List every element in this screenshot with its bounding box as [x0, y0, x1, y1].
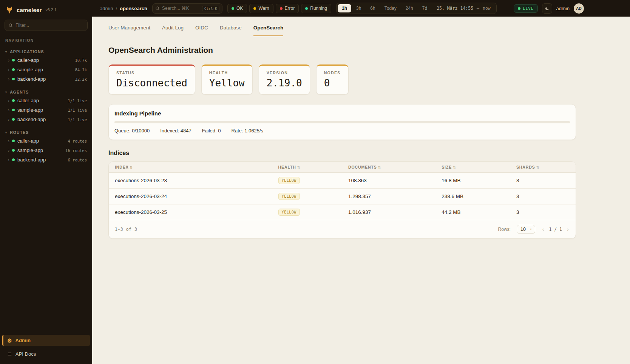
tab-opensearch[interactable]: OpenSearch	[253, 25, 284, 36]
error-dot-icon	[280, 7, 283, 10]
sidebar-item-admin[interactable]: ⚙ Admin	[2, 335, 90, 346]
search-icon	[155, 6, 160, 11]
column-header-documents[interactable]: DOCUMENTS⇅	[342, 162, 435, 173]
time-range-display[interactable]: 25. März 14:55 — now	[432, 6, 495, 11]
row-range-text: 1-3 of 3	[115, 227, 137, 232]
status-filter-warn[interactable]: Warn	[249, 4, 273, 13]
chevron-right-icon: ›	[8, 98, 9, 103]
sidebar-item-route-backend[interactable]: › backend-app 6 routes	[0, 155, 92, 164]
health-badge: YELLOW	[278, 193, 300, 200]
item-label: sample-app	[17, 147, 63, 153]
chevron-right-icon: ›	[8, 77, 9, 81]
column-header-shards[interactable]: SHARDS⇅	[510, 162, 576, 173]
breadcrumb-separator: /	[116, 6, 117, 11]
time-range-24h[interactable]: 24h	[401, 4, 417, 12]
user-name: admin	[556, 6, 570, 11]
running-dot-icon	[305, 7, 308, 10]
chevron-right-icon: ›	[8, 139, 9, 143]
chevron-right-icon: ›	[8, 58, 9, 63]
tab-user-management[interactable]: User Management	[108, 25, 150, 36]
group-header-applications[interactable]: ▾ APPLICATIONS	[0, 48, 92, 55]
sort-icon: ⇅	[378, 166, 381, 169]
search-icon	[8, 23, 13, 28]
cell-index: executions-2026-03-24	[109, 188, 272, 204]
group-label: AGENTS	[10, 90, 29, 94]
app-version: v3.2.1	[46, 8, 57, 12]
sidebar-item-agent-backend[interactable]: › backend-app 1/1 live	[0, 115, 92, 124]
cell-documents: 1.298.357	[342, 188, 435, 204]
pipeline-stats: Queue: 0/10000 Indexed: 4847 Failed: 0 R…	[114, 128, 570, 134]
filter-label: Error	[285, 6, 295, 11]
status-filter-ok[interactable]: OK	[227, 4, 247, 13]
search-input[interactable]	[162, 6, 200, 11]
status-filter-running[interactable]: Running	[301, 4, 331, 13]
table-row[interactable]: executions-2026-03-24 YELLOW 1.298.357 2…	[109, 188, 576, 204]
filter-label: Running	[310, 6, 327, 11]
topbar: admin / opensearch Ctrl+K OK Warn Error	[92, 0, 630, 17]
filter-label: OK	[236, 6, 243, 11]
global-search[interactable]: Ctrl+K	[152, 3, 222, 14]
sidebar-item-api-docs[interactable]: API Docs	[2, 349, 90, 359]
sidebar-item-app-backend[interactable]: › backend-app 32.2k	[0, 74, 92, 84]
status-filter-error[interactable]: Error	[276, 4, 299, 13]
next-page-button[interactable]: ›	[566, 226, 570, 232]
group-header-agents[interactable]: ▾ AGENTS	[0, 88, 92, 96]
stat-label: HEALTH	[209, 71, 245, 75]
sidebar-item-agent-sample[interactable]: › sample-app 1/1 live	[0, 105, 92, 115]
time-range-today[interactable]: Today	[380, 4, 401, 12]
column-header-index[interactable]: INDEX⇅	[109, 162, 272, 173]
nav-heading: NAVIGATION	[0, 33, 92, 43]
filter-input[interactable]	[15, 23, 84, 28]
tab-database[interactable]: Database	[220, 25, 242, 36]
tab-audit-log[interactable]: Audit Log	[162, 25, 184, 36]
pagination: ‹ 1 / 1 ›	[541, 226, 570, 232]
cell-documents: 1.016.937	[342, 204, 435, 220]
item-label: sample-app	[17, 107, 65, 113]
stat-card-version: VERSION 2.19.0	[259, 65, 310, 95]
column-header-health[interactable]: HEALTH⇅	[272, 162, 342, 173]
table-row[interactable]: executions-2026-03-23 YELLOW 108.363 16.…	[109, 172, 576, 188]
health-badge: YELLOW	[278, 177, 300, 184]
status-dot	[12, 140, 15, 142]
time-range-6h[interactable]: 6h	[366, 4, 379, 12]
avatar[interactable]: AD	[574, 3, 584, 14]
chevron-right-icon: ›	[8, 108, 9, 112]
stat-label: STATUS	[116, 71, 187, 75]
stat-value: Yellow	[209, 78, 245, 89]
column-header-size[interactable]: SIZE⇅	[435, 162, 510, 173]
sort-icon: ⇅	[536, 166, 539, 169]
breadcrumb-parent[interactable]: admin	[100, 6, 113, 11]
live-toggle[interactable]: LIVE	[514, 4, 538, 13]
app-logo[interactable]: cameleer v3.2.1	[0, 0, 92, 19]
tab-oidc[interactable]: OIDC	[195, 25, 208, 36]
item-badge: 84.1k	[75, 68, 87, 72]
time-range-3h[interactable]: 3h	[352, 4, 365, 12]
dark-mode-toggle[interactable]	[542, 3, 552, 14]
caret-down-icon: ▾	[5, 131, 7, 134]
group-header-routes[interactable]: ▾ ROUTES	[0, 129, 92, 136]
group-label: ROUTES	[10, 130, 29, 135]
item-badge: 1/1 live	[68, 98, 87, 103]
stat-value: 2.19.0	[267, 78, 302, 89]
sidebar-item-route-sample[interactable]: › sample-app 16 routes	[0, 146, 92, 155]
table-row[interactable]: executions-2026-03-25 YELLOW 1.016.937 4…	[109, 204, 576, 220]
status-dot	[12, 59, 15, 61]
time-separator: —	[477, 6, 479, 11]
stat-value: 0	[324, 78, 341, 89]
cell-size: 44.2 MB	[435, 204, 510, 220]
cell-size: 16.8 MB	[435, 172, 510, 188]
rows-per-page-select[interactable]: 10 ▾	[517, 225, 535, 234]
sidebar-filter[interactable]	[5, 20, 88, 31]
sidebar-item-app-sample[interactable]: › sample-app 84.1k	[0, 65, 92, 74]
cell-index: executions-2026-03-25	[109, 204, 272, 220]
prev-page-button[interactable]: ‹	[541, 226, 545, 232]
time-range-1h[interactable]: 1h	[338, 4, 351, 12]
rows-per-page-value: 10	[520, 227, 526, 232]
sidebar-item-agent-caller[interactable]: › caller-app 1/1 live	[0, 96, 92, 105]
sidebar-item-app-caller[interactable]: › caller-app 10.7k	[0, 55, 92, 65]
item-badge: 4 routes	[68, 139, 87, 143]
time-range-7d[interactable]: 7d	[418, 4, 431, 12]
caret-down-icon: ▾	[5, 91, 7, 94]
sidebar-item-route-caller[interactable]: › caller-app 4 routes	[0, 136, 92, 146]
admin-tabs: User Management Audit Log OIDC Database …	[108, 17, 576, 36]
